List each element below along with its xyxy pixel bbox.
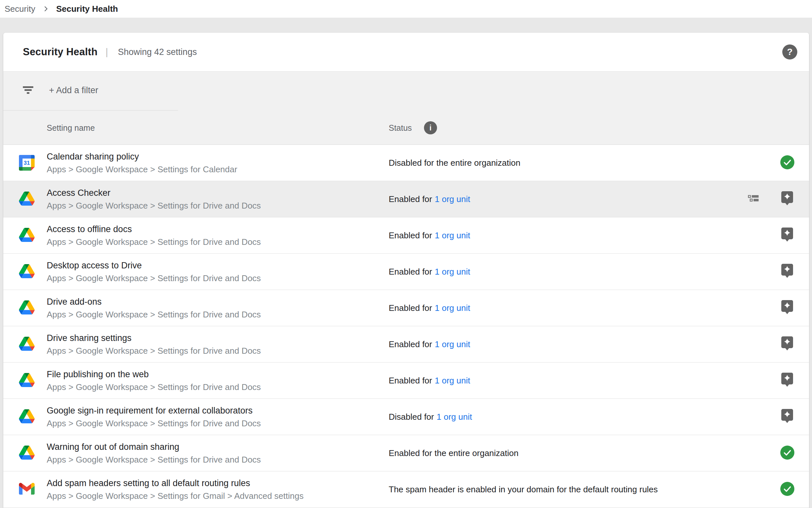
setting-path: Apps > Google Workspace > Settings for D… [47,418,261,429]
info-icon: i [430,124,431,132]
table-row[interactable]: Drive sharing settings Apps > Google Wor… [3,326,809,363]
table-row[interactable]: Desktop access to Drive Apps > Google Wo… [3,254,809,290]
status-cell: Disabled for1 org unit [389,412,472,422]
status-text: Enabled for the entire organization [389,448,519,458]
setting-name: Warning for out of domain sharing [47,441,261,453]
drive-icon [19,409,35,425]
setting-path: Apps > Google Workspace > Settings for D… [47,273,261,284]
status-cell: Enabled for1 org unit [389,267,470,277]
table-row[interactable]: 31 Calendar sharing policy Apps > Google… [3,145,809,181]
status-text: Enabled for [389,376,432,385]
breadcrumb-security-health: Security Health [56,4,118,14]
help-button[interactable]: ? [782,44,797,59]
status-text: Enabled for [389,230,432,240]
title-separator: | [105,46,108,57]
recommendation-badge-icon[interactable] [780,228,794,243]
setting-name: Desktop access to Drive [47,260,261,271]
status-text: The spam header is enabled in your domai… [389,484,658,494]
status-cell: Enabled for the entire organization [389,448,519,458]
calendar-icon: 31 [19,155,35,171]
setting-name: Add spam headers setting to all default … [47,478,303,489]
status-text: Enabled for [389,267,432,277]
check-circle-icon [780,446,794,461]
drive-icon [19,227,35,243]
drive-icon [19,373,35,388]
page-title: Security Health [23,46,98,58]
status-cell: Enabled for1 org unit [389,303,470,313]
breadcrumb: Security Security Health [0,0,812,18]
setting-path: Apps > Google Workspace > Settings for D… [47,237,261,248]
recommendation-badge-icon[interactable] [780,264,794,279]
setting-path: Apps > Google Workspace > Settings for D… [47,309,261,320]
status-cell: Disabled for the entire organization [389,158,520,168]
recommendation-badge-icon[interactable] [780,192,794,206]
org-unit-link[interactable]: 1 org unit [435,267,470,277]
drive-icon [19,264,35,280]
status-text: Disabled for [389,412,434,422]
recommendation-badge-icon [781,227,793,243]
recommendation-badge-icon [781,191,793,207]
setting-name: File publishing on the web [47,369,261,380]
column-setting-name: Setting name [47,123,95,133]
add-filter-button[interactable]: + Add a filter [49,85,98,95]
setting-name: Access to offline docs [47,224,261,235]
status-cell: Enabled for1 org unit [389,194,470,204]
org-unit-link[interactable]: 1 org unit [435,194,470,204]
setting-path: Apps > Google Workspace > Settings for D… [47,200,261,211]
org-unit-link[interactable]: 1 org unit [437,412,472,422]
recommendation-badge-icon [781,300,793,316]
setting-name: Access Checker [47,187,261,199]
status-cell: The spam header is enabled in your domai… [389,484,658,495]
check-circle-icon [780,482,794,497]
status-cell: Enabled for1 org unit [389,376,470,386]
recommendation-badge-icon [781,409,793,425]
setting-path: Apps > Google Workspace > Settings for G… [47,491,303,502]
gmail-icon [19,481,35,497]
org-units-icon [748,195,759,203]
check-circle-icon [780,482,794,497]
table-row[interactable]: Google sign-in requirement for external … [3,399,809,435]
setting-name: Drive sharing settings [47,333,261,344]
table-row[interactable]: Add spam headers setting to all default … [3,471,809,508]
breadcrumb-security[interactable]: Security [5,4,35,14]
org-unit-link[interactable]: 1 org unit [435,339,470,349]
org-unit-link[interactable]: 1 org unit [435,303,470,313]
org-units-button[interactable] [748,195,759,203]
filter-icon[interactable] [23,86,34,94]
table-row[interactable]: File publishing on the web Apps > Google… [3,363,809,399]
filter-and-header-section: + Add a filter Setting name Status i [3,71,809,145]
recommendation-badge-icon[interactable] [780,410,794,424]
setting-path: Apps > Google Workspace > Settings for C… [47,164,237,175]
recommendation-badge-icon[interactable] [780,301,794,315]
check-circle-icon [780,155,794,171]
status-info-button[interactable]: i [424,121,437,134]
column-status: Status [389,123,412,133]
setting-path: Apps > Google Workspace > Settings for D… [47,382,261,393]
status-text: Enabled for [389,194,432,204]
help-icon: ? [787,47,793,57]
drive-icon [19,445,35,461]
chevron-right-icon [42,5,50,13]
svg-text:31: 31 [24,160,30,166]
drive-icon [19,336,35,352]
table-row[interactable]: Access Checker Apps > Google Workspace >… [3,181,809,217]
table-row[interactable]: Access to offline docs Apps > Google Wor… [3,217,809,254]
setting-path: Apps > Google Workspace > Settings for D… [47,345,261,356]
recommendation-badge-icon[interactable] [780,373,794,388]
status-text: Disabled for the entire organization [389,158,520,168]
org-unit-link[interactable]: 1 org unit [435,230,470,240]
settings-list: 31 Calendar sharing policy Apps > Google… [3,145,809,508]
table-header: Setting name Status i [3,110,809,144]
setting-name: Calendar sharing policy [47,151,237,162]
recommendation-badge-icon [781,264,793,280]
org-unit-link[interactable]: 1 org unit [435,376,470,385]
table-row[interactable]: Drive add-ons Apps > Google Workspace > … [3,290,809,326]
recommendation-badge-icon[interactable] [780,337,794,351]
status-text: Enabled for [389,303,432,313]
drive-icon [19,191,35,207]
status-text: Enabled for [389,339,432,349]
status-cell: Enabled for1 org unit [389,230,470,241]
check-circle-icon [780,446,794,460]
recommendation-badge-icon [781,373,793,388]
table-row[interactable]: Warning for out of domain sharing Apps >… [3,435,809,471]
